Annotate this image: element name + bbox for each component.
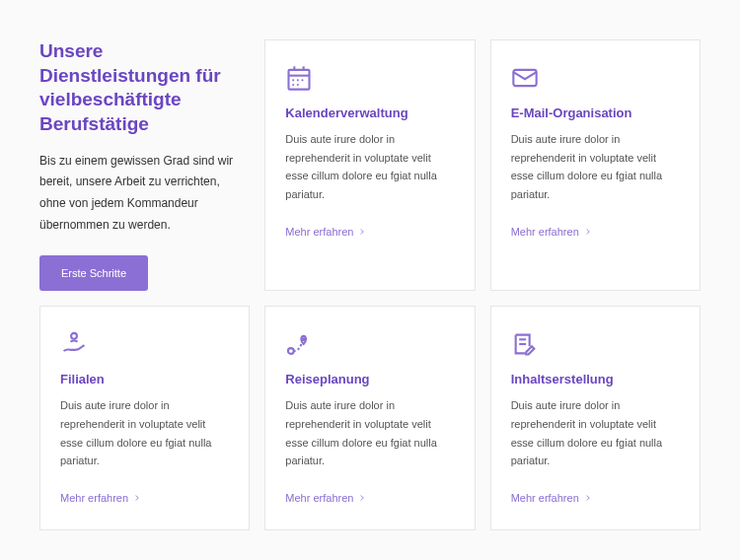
- card-title: Inhaltserstellung: [511, 372, 680, 386]
- learn-more-link[interactable]: Mehr erfahren: [285, 226, 367, 238]
- card-title: Filialen: [60, 372, 229, 386]
- card-email: E-Mail-Organisation Duis aute irure dolo…: [490, 39, 701, 291]
- chevron-right-icon: [132, 493, 142, 503]
- card-title: E-Mail-Organisation: [511, 105, 680, 120]
- card-description: Duis aute irure dolor in reprehenderit i…: [511, 396, 680, 470]
- document-edit-icon: [511, 330, 539, 358]
- card-branches: Filialen Duis aute irure dolor in repreh…: [39, 306, 250, 530]
- learn-more-link[interactable]: Mehr erfahren: [511, 226, 593, 238]
- card-calendar: Kalenderverwaltung Duis aute irure dolor…: [264, 39, 475, 291]
- link-label: Mehr erfahren: [285, 226, 353, 238]
- learn-more-link[interactable]: Mehr erfahren: [285, 492, 367, 504]
- link-label: Mehr erfahren: [511, 226, 579, 238]
- calendar-icon: [285, 64, 313, 92]
- intro-description: Bis zu einem gewissen Grad sind wir bere…: [39, 151, 240, 236]
- card-title: Kalenderverwaltung: [285, 105, 454, 120]
- link-label: Mehr erfahren: [511, 492, 579, 504]
- card-description: Duis aute irure dolor in reprehenderit i…: [511, 130, 680, 204]
- chevron-right-icon: [357, 493, 367, 503]
- link-label: Mehr erfahren: [285, 492, 353, 504]
- intro-section: Unsere Dienstleistungen für vielbeschäft…: [39, 39, 250, 291]
- svg-point-12: [303, 339, 305, 341]
- route-icon: [285, 330, 313, 358]
- svg-point-11: [288, 348, 294, 354]
- card-title: Reiseplanung: [285, 372, 454, 386]
- envelope-icon: [511, 64, 539, 92]
- learn-more-link[interactable]: Mehr erfahren: [511, 492, 593, 504]
- card-description: Duis aute irure dolor in reprehenderit i…: [285, 130, 454, 204]
- card-travel: Reiseplanung Duis aute irure dolor in re…: [264, 306, 475, 530]
- chevron-right-icon: [583, 493, 593, 503]
- chevron-right-icon: [583, 227, 593, 237]
- svg-rect-0: [289, 70, 310, 90]
- card-description: Duis aute irure dolor in reprehenderit i…: [285, 396, 454, 470]
- learn-more-link[interactable]: Mehr erfahren: [60, 492, 142, 504]
- link-label: Mehr erfahren: [60, 492, 128, 504]
- chevron-right-icon: [357, 227, 367, 237]
- intro-title: Unsere Dienstleistungen für vielbeschäft…: [39, 39, 240, 137]
- svg-point-10: [71, 333, 77, 339]
- card-content: Inhaltserstellung Duis aute irure dolor …: [490, 306, 701, 530]
- card-description: Duis aute irure dolor in reprehenderit i…: [60, 396, 229, 470]
- get-started-button[interactable]: Erste Schritte: [39, 255, 148, 291]
- hand-person-icon: [60, 330, 88, 358]
- services-grid: Unsere Dienstleistungen für vielbeschäft…: [39, 39, 701, 530]
